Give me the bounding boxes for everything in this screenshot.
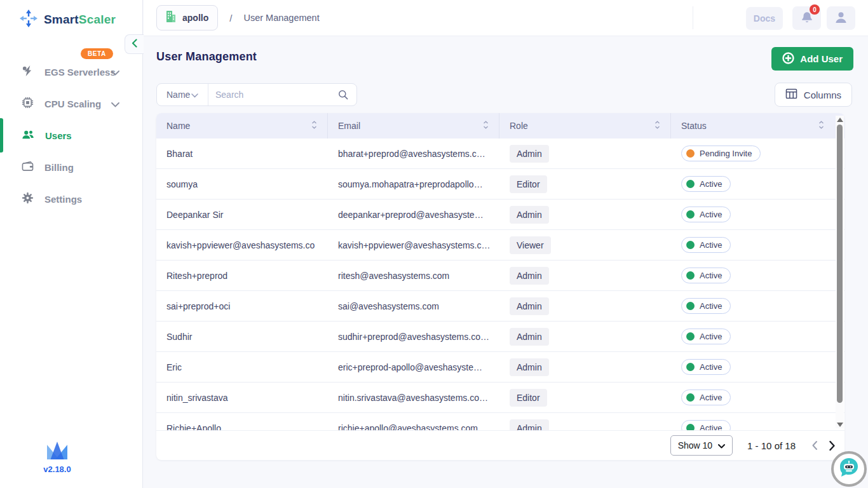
chevron-down-icon [191,90,198,100]
app-version: v2.18.0 [36,464,79,474]
workspace-chip[interactable]: apollo [156,5,218,30]
lightning-icon [22,65,34,79]
users-icon [22,129,34,142]
status-badge: Active [681,268,731,283]
table-header-email[interactable]: Email [328,113,499,139]
chevron-down-icon [718,440,725,451]
page-size-select[interactable]: Show 10 [670,435,733,456]
cell-name: Bharat [156,149,328,159]
sidebar-item-egs-serverless[interactable]: BETA EGS Serverless [0,56,142,88]
role-chip: Admin [510,206,549,224]
cell-status: Active [671,268,844,283]
status-badge: Active [681,237,731,253]
chevron-left-icon [132,39,137,50]
table-row[interactable]: soumya soumya.mohapatra+preprodapollo… E… [156,169,844,200]
table-row[interactable]: Bharat bharat+preprod@aveshasystems.c… A… [156,139,844,169]
role-chip: Admin [510,358,549,376]
scrollbar-thumb[interactable] [837,125,843,403]
cell-role: Admin [499,267,671,285]
table-header-name[interactable]: Name [156,113,328,139]
cell-name: soumya [156,179,328,189]
cell-role: Editor [499,389,671,407]
cell-email: bharat+preprod@aveshasystems.c… [328,149,499,159]
sort-icon[interactable] [483,121,489,131]
cell-role: Editor [499,175,671,193]
role-chip: Admin [510,328,549,346]
table-row[interactable]: sai+preprod+oci sai@aveshasystems.com Ad… [156,291,844,322]
topbar-divider [693,6,693,29]
cell-role: Admin [499,206,671,224]
table-header-status[interactable]: Status [671,113,844,139]
table-row[interactable]: Deepankar Sir deepankar+preprod@aveshasy… [156,200,844,230]
add-user-button[interactable]: Add User [771,47,853,71]
status-dot-icon [686,210,695,219]
table-row[interactable]: Sudhir sudhir+preprod@aveshasystems.co… … [156,322,844,352]
pagination-range: 1 - 10 of 18 [747,440,796,451]
pagination-bar: Show 10 1 - 10 of 18 [156,431,844,460]
pagination-arrows [810,439,837,452]
table-scrollbar[interactable] [836,116,844,428]
search-input[interactable] [208,90,338,100]
table-row[interactable]: nitin_srivastava nitin.srivastava@avesha… [156,383,844,413]
smartscaler-arrows-icon [19,9,38,30]
cell-email: ritesh@aveshasystems.com [328,271,499,281]
chat-widget-button[interactable] [831,451,867,487]
table-row[interactable]: Richie+Apollo richie+apollo@aveshasystem… [156,413,844,431]
cell-name: kavish+ppviewer@aveshasystems.co [156,240,328,250]
brand-logo: SmartScaler [19,9,116,30]
chevron-right-icon [829,440,836,451]
cell-status: Active [671,329,844,344]
sort-icon[interactable] [654,121,660,131]
table-row[interactable]: kavish+ppviewer@aveshasystems.co kavish+… [156,230,844,261]
profile-button[interactable] [827,6,855,30]
sidebar-item-cpu-scaling[interactable]: CPU Scaling [0,88,142,119]
scrollbar-down-arrow-icon[interactable] [836,421,844,428]
page-size-value: Show 10 [678,440,712,451]
sidebar-item-label: CPU Scaling [44,98,101,109]
cell-name: Eric [156,362,328,372]
status-badge: Active [681,420,731,431]
status-badge: Active [681,176,731,192]
filter-field-select[interactable]: Name [157,84,208,105]
sidebar-collapse-button[interactable] [125,34,144,54]
status-badge: Active [681,207,731,222]
cell-role: Viewer [499,236,671,254]
role-chip: Admin [510,297,549,315]
sidebar-item-label: Users [45,130,72,141]
cell-status: Active [671,420,844,431]
cell-name: Sudhir [156,332,328,342]
status-badge: Pending Invite [681,146,761,161]
cell-name: nitin_srivastava [156,393,328,403]
filter-bar: Name [156,83,357,106]
sidebar-item-users[interactable]: Users [0,119,142,151]
sidebar-item-billing[interactable]: Billing [0,151,142,183]
notifications-button[interactable]: 0 [792,6,821,30]
role-chip: Editor [510,389,547,407]
sort-icon[interactable] [818,121,824,131]
cell-role: Admin [499,145,671,163]
columns-button[interactable]: Columns [775,83,852,107]
columns-icon [785,88,797,101]
cell-role: Admin [499,358,671,376]
prev-page-button[interactable] [810,439,819,452]
sort-icon[interactable] [311,121,317,131]
table-row[interactable]: Ritesh+preprod ritesh@aveshasystems.com … [156,261,844,291]
user-avatar-icon [834,11,848,26]
sidebar: SmartScaler BETA EGS Serverless CPU Scal… [0,0,143,488]
next-page-button[interactable] [827,439,837,452]
table-header-role[interactable]: Role [499,113,671,139]
breadcrumb-separator: / [229,13,232,24]
cell-role: Admin [499,297,671,315]
sidebar-item-settings[interactable]: Settings [0,183,142,215]
status-dot-icon [686,149,695,158]
topbar: apollo / User Management Docs 0 [144,0,868,36]
status-dot-icon [686,180,695,188]
topbar-actions: Docs 0 [746,0,855,36]
cell-email: eric+preprod-apollo@aveshasyste… [328,362,499,372]
role-chip: Admin [510,419,549,431]
table-row[interactable]: Eric eric+preprod-apollo@aveshasyste… Ad… [156,352,844,383]
docs-button[interactable]: Docs [746,7,783,30]
building-icon [166,11,176,25]
page-title: User Management [156,50,257,64]
scrollbar-up-arrow-icon[interactable] [836,116,844,123]
